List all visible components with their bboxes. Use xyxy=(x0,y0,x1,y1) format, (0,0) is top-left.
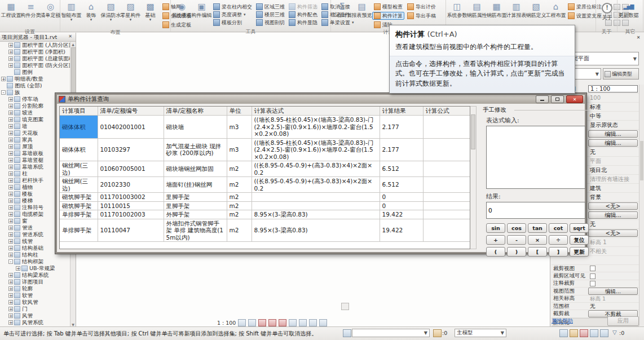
tree-expander-icon[interactable]: + xyxy=(8,43,13,47)
tree-expander-icon[interactable]: + xyxy=(8,185,13,189)
cell-calc-item[interactable]: 单排脚手架 xyxy=(60,219,98,242)
ribbon-big-button[interactable]: ▦ 工程设置 ▾ xyxy=(1,1,21,28)
column-header[interactable]: 计算公式 xyxy=(423,107,470,116)
table-row[interactable]: 钢丝网(三边) 010607005001 砌块墙钢丝网加固 m2 ((长8.95… xyxy=(60,161,470,177)
property-value[interactable]: 编辑... xyxy=(588,288,638,295)
tree-item[interactable]: + 门 xyxy=(0,306,70,312)
tree-expander-icon[interactable]: + xyxy=(8,212,13,217)
cell-code[interactable]: 10110015 xyxy=(98,201,164,210)
ribbon-small-button[interactable]: 构件筛选 ▾ xyxy=(287,3,319,11)
tree-expander-icon[interactable]: + xyxy=(8,165,13,169)
table-row[interactable]: 砌筑脚手架 10110015 里脚手架 m2 0 xyxy=(60,201,470,210)
cell-unit[interactable]: m3 xyxy=(227,116,252,139)
scrollbar-thumb[interactable] xyxy=(71,47,76,99)
tree-expander-icon[interactable]: + xyxy=(8,286,13,291)
tree-expander-icon[interactable]: + xyxy=(8,50,13,54)
column-header[interactable]: 清单/定额编号 xyxy=(98,107,164,116)
tree-expander-icon[interactable]: + xyxy=(8,178,13,183)
ribbon-big-button[interactable]: ⌂ 工程布置 ▾ xyxy=(546,1,566,28)
analytical-model-icon[interactable] xyxy=(319,319,327,326)
cell-code[interactable]: 010607005001 xyxy=(98,161,164,177)
scroll-up-icon[interactable]: ▲ xyxy=(70,42,76,47)
tree-item[interactable]: + 面积平面 (防火分区面积) xyxy=(0,62,70,69)
property-value[interactable]: 中等 xyxy=(588,113,638,120)
tree-expander-icon[interactable]: + xyxy=(8,307,13,311)
calculator-key[interactable]: ) xyxy=(507,247,526,257)
property-value[interactable] xyxy=(588,265,638,272)
cell-calc-item[interactable]: 砌筑脚手架 xyxy=(60,193,98,202)
tree-expander-icon[interactable]: + xyxy=(8,138,13,142)
calculator-key[interactable]: 复位 xyxy=(570,235,589,245)
cell-expression[interactable]: 8.95×(3-梁高0.83) xyxy=(252,219,380,242)
dialog-titlebar[interactable]: 单构件计算查询 ✕ xyxy=(57,95,585,104)
ribbon-big-button[interactable]: ▤ 钢筋属性 ▾ xyxy=(467,1,487,28)
cell-unit[interactable]: m2 xyxy=(227,193,252,202)
tree-item[interactable]: + 风管系统 xyxy=(0,319,70,326)
property-value[interactable] xyxy=(588,280,638,287)
tree-expander-icon[interactable]: + xyxy=(8,144,13,149)
tree-item[interactable]: + UB-常规梁 xyxy=(0,265,70,272)
cell-expression[interactable]: 8.95×(3-梁高0.83) xyxy=(252,210,380,219)
calculator-key[interactable]: cos xyxy=(507,223,526,233)
cell-formula[interactable] xyxy=(423,201,470,210)
tree-expander-icon[interactable]: + xyxy=(8,293,13,298)
calculator-key[interactable]: + xyxy=(486,235,505,245)
worksets-icon[interactable] xyxy=(343,329,351,337)
property-value[interactable]: 显示原状态 xyxy=(588,122,638,129)
table-row[interactable]: 单排脚手架 10110047 外墙扣件式钢管脚手架 单排 建筑物高度(15m以内… xyxy=(60,219,470,242)
show-crop-region-icon[interactable] xyxy=(289,319,297,326)
select-by-face-icon[interactable] xyxy=(590,329,598,337)
minimize-button[interactable] xyxy=(536,95,549,103)
cell-calc-item[interactable]: 砌体体积 xyxy=(60,116,98,139)
property-value[interactable] xyxy=(588,273,638,280)
tree-expander-icon[interactable] xyxy=(1,83,6,88)
cell-name[interactable]: 加气混凝土砌块 现拌砂浆 (200厚以内) xyxy=(164,138,227,161)
ribbon-big-button[interactable]: ▩ 基础 ▾ xyxy=(140,1,160,28)
property-value[interactable] xyxy=(588,257,638,264)
tree-item[interactable]: 图例 xyxy=(0,69,70,76)
tree-item[interactable]: + 面积平面 (人防分区面积) xyxy=(0,42,70,48)
tree-expander-icon[interactable]: + xyxy=(8,131,13,135)
cell-unit[interactable]: m2 xyxy=(227,219,252,242)
property-value[interactable]: 编辑... xyxy=(588,139,638,147)
property-value[interactable]: 无 xyxy=(588,149,638,156)
tree-item[interactable]: + 面积平面 (净面积) xyxy=(0,48,70,55)
calculator-key[interactable]: sqrt xyxy=(570,223,589,233)
ribbon-big-button[interactable]: ◉ 属性查看 ▾ xyxy=(172,1,192,28)
cell-formula[interactable] xyxy=(423,116,470,139)
cell-unit[interactable]: m2 xyxy=(227,210,252,219)
tree-expander-icon[interactable]: - xyxy=(1,90,6,95)
edit-type-button[interactable]: 编辑类型 xyxy=(603,68,639,80)
tree-expander-icon[interactable]: + xyxy=(8,151,13,156)
cell-calc-item[interactable]: 钢丝网(三边) xyxy=(60,177,98,193)
table-row[interactable]: 砌体体积 10103297 加气混凝土砌块 现拌砂浆 (200厚以内) m3 (… xyxy=(60,138,470,161)
ribbon-small-button[interactable]: 楼层三维 ▾ xyxy=(254,11,286,19)
ribbon-big-button[interactable]: ▦ 钢筋布置 ▾ xyxy=(487,1,506,28)
property-value[interactable]: 标高 1 xyxy=(588,239,638,246)
tree-expander-icon[interactable]: + xyxy=(16,266,20,271)
scrollbar-thumb[interactable] xyxy=(471,114,475,149)
property-value[interactable]: 不相关 xyxy=(588,248,638,255)
ribbon-small-button[interactable]: 导出计价 xyxy=(405,3,438,11)
calculator-key[interactable]: ( xyxy=(486,247,505,257)
ribbon-small-button[interactable]: 模型检查 xyxy=(372,3,404,11)
cell-calc-item[interactable]: 钢丝网(三边) xyxy=(60,161,98,177)
cell-result[interactable]: 0 xyxy=(380,201,423,210)
apply-button[interactable]: 应用 xyxy=(607,316,639,326)
table-scrollbar[interactable] xyxy=(470,106,477,249)
cell-calc-item[interactable]: 砌体体积 xyxy=(60,138,98,161)
cell-result[interactable]: 6.512 xyxy=(380,161,423,177)
cell-expression[interactable] xyxy=(252,193,380,202)
cell-name[interactable]: 外墙扣件式钢管脚手架 单排 建筑物高度(15m以内) xyxy=(164,219,227,242)
tree-item[interactable]: + 软管 xyxy=(0,292,70,299)
ribbon-big-button[interactable]: ! 关于 xyxy=(597,1,617,28)
property-value[interactable]: 无 xyxy=(588,221,638,228)
calculator-key[interactable]: ] xyxy=(549,247,568,257)
cell-calc-item[interactable]: 砌筑脚手架 xyxy=(60,201,98,210)
cell-formula[interactable] xyxy=(423,193,470,202)
tree-expander-icon[interactable]: + xyxy=(8,198,13,203)
tree-expander-icon[interactable]: + xyxy=(8,232,13,237)
cell-formula[interactable] xyxy=(423,210,470,219)
ribbon-small-button[interactable]: 区域三维 ▾ xyxy=(254,3,286,11)
cell-name[interactable]: 墙面钉(挂)钢丝网 xyxy=(164,177,227,193)
